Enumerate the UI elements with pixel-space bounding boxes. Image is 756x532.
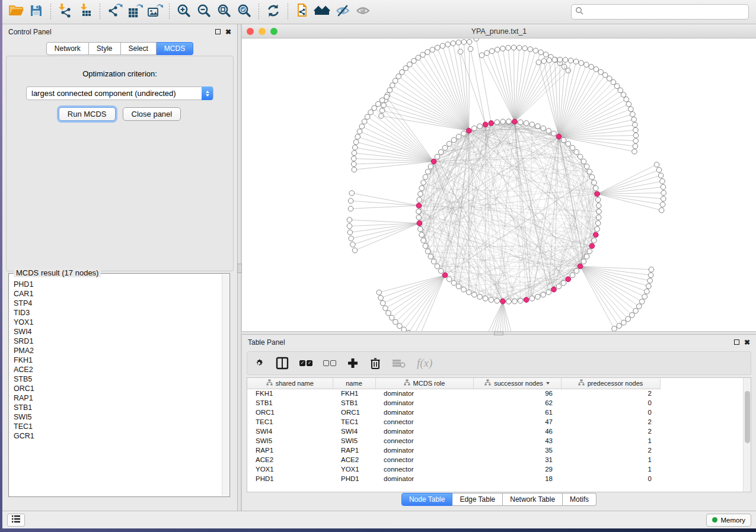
table-cell[interactable]: TEC1: [333, 417, 375, 427]
mcds-result-item[interactable]: SWI4: [14, 327, 221, 336]
leaf-node[interactable]: [381, 102, 387, 108]
leaf-node[interactable]: [612, 326, 617, 331]
ring-node[interactable]: [595, 226, 600, 232]
leaf-node[interactable]: [538, 50, 544, 55]
table-tab-node-table[interactable]: Node Table: [401, 493, 453, 506]
ring-node[interactable]: [472, 126, 477, 131]
table-scrollbar-thumb[interactable]: [745, 391, 750, 443]
leaf-node[interactable]: [351, 156, 356, 161]
table-cell[interactable]: 47: [473, 417, 561, 427]
leaf-node[interactable]: [660, 202, 665, 207]
table-row[interactable]: YOX1YOX1connector291: [247, 464, 660, 474]
mcds-node[interactable]: [416, 203, 422, 209]
ring-node[interactable]: [506, 299, 512, 305]
column-header-shared-name[interactable]: shared name: [247, 378, 333, 389]
ring-node[interactable]: [578, 154, 583, 159]
leaf-node[interactable]: [626, 102, 631, 107]
table-cell[interactable]: PHD1: [333, 474, 375, 483]
table-cell[interactable]: 0: [561, 398, 660, 408]
table-cell[interactable]: 62: [473, 398, 561, 408]
ring-node[interactable]: [417, 197, 422, 203]
import-table-button[interactable]: [75, 2, 95, 21]
table-cell[interactable]: SWI4: [333, 427, 375, 436]
table-cell[interactable]: 46: [473, 427, 561, 436]
table-row[interactable]: ACE2ACE2connector311: [247, 455, 660, 464]
leaf-node[interactable]: [347, 223, 352, 229]
mcds-node[interactable]: [466, 128, 471, 133]
ring-node[interactable]: [594, 185, 599, 191]
mcds-node[interactable]: [512, 119, 518, 124]
table-cell[interactable]: FKH1: [247, 389, 333, 398]
ring-node[interactable]: [592, 238, 597, 243]
ring-node[interactable]: [477, 294, 483, 300]
leaf-node[interactable]: [348, 198, 353, 204]
ring-node[interactable]: [596, 209, 602, 214]
ring-node[interactable]: [419, 185, 425, 191]
table-cell[interactable]: 18: [473, 474, 561, 483]
leaf-node[interactable]: [352, 150, 357, 156]
search-field[interactable]: [571, 4, 749, 20]
ring-node[interactable]: [446, 141, 452, 146]
leaf-node[interactable]: [562, 64, 567, 69]
close-panel-icon[interactable]: ✖: [744, 339, 750, 346]
table-cell[interactable]: ORC1: [333, 408, 375, 417]
table-cell[interactable]: connector: [375, 436, 473, 446]
leaf-node[interactable]: [543, 52, 548, 57]
leaf-node[interactable]: [440, 43, 445, 49]
leaf-node[interactable]: [495, 47, 500, 52]
table-row[interactable]: ORC1ORC1dominator610: [247, 408, 660, 417]
ring-node[interactable]: [546, 290, 551, 295]
mcds-result-item[interactable]: RAP1: [14, 393, 221, 403]
table-cell[interactable]: ACE2: [247, 455, 333, 464]
leaf-node[interactable]: [372, 105, 377, 111]
leaf-node[interactable]: [636, 304, 642, 309]
network-window-titlebar[interactable]: YPA_prune.txt_1: [242, 24, 756, 39]
function-builder-icon[interactable]: f(x): [417, 355, 432, 371]
leaf-node[interactable]: [387, 88, 393, 93]
leaf-node[interactable]: [573, 59, 579, 65]
leaf-node[interactable]: [552, 57, 557, 63]
table-cell[interactable]: FKH1: [333, 389, 375, 398]
ring-node[interactable]: [419, 232, 425, 238]
leaf-node[interactable]: [633, 138, 639, 143]
ring-node[interactable]: [431, 259, 436, 264]
horizontal-splitter[interactable]: [241, 331, 756, 335]
ring-node[interactable]: [589, 175, 595, 180]
leaf-node[interactable]: [522, 46, 528, 51]
leaf-node[interactable]: [633, 308, 639, 313]
leaf-node[interactable]: [375, 101, 381, 107]
ring-node[interactable]: [456, 134, 461, 139]
leaf-node[interactable]: [541, 59, 547, 64]
ring-node[interactable]: [495, 298, 500, 303]
mcds-result-item[interactable]: PHD1: [14, 280, 221, 289]
delete-row-icon[interactable]: [369, 355, 381, 371]
leaf-node[interactable]: [352, 167, 357, 172]
leaf-node[interactable]: [353, 140, 359, 145]
mcds-result-item[interactable]: SWI5: [14, 412, 221, 422]
leaf-node[interactable]: [642, 294, 647, 299]
ring-node[interactable]: [456, 284, 461, 289]
leaf-node[interactable]: [629, 107, 634, 112]
open-file-button[interactable]: [6, 2, 26, 21]
neighborhood-button[interactable]: [312, 2, 333, 21]
ring-node[interactable]: [425, 169, 430, 174]
leaf-node[interactable]: [347, 217, 352, 223]
refresh-layout-button[interactable]: [263, 2, 283, 21]
table-cell[interactable]: ORC1: [247, 408, 333, 417]
leaf-node[interactable]: [393, 78, 398, 84]
ring-node[interactable]: [566, 141, 571, 146]
table-row[interactable]: STB1STB1dominator620: [247, 398, 660, 408]
ring-node[interactable]: [428, 164, 433, 169]
run-mcds-button[interactable]: Run MCDS: [59, 107, 116, 121]
leaf-node[interactable]: [352, 248, 358, 253]
ring-node[interactable]: [581, 159, 586, 164]
mcds-node[interactable]: [556, 134, 562, 139]
mcds-result-item[interactable]: STB1: [14, 403, 221, 412]
leaf-node[interactable]: [355, 134, 361, 139]
ring-node[interactable]: [418, 191, 423, 197]
ring-node[interactable]: [596, 203, 601, 209]
ring-node[interactable]: [421, 238, 426, 243]
leaf-node[interactable]: [347, 230, 353, 235]
leaf-node[interactable]: [602, 72, 608, 78]
mcds-result-item[interactable]: ACE2: [14, 365, 221, 374]
